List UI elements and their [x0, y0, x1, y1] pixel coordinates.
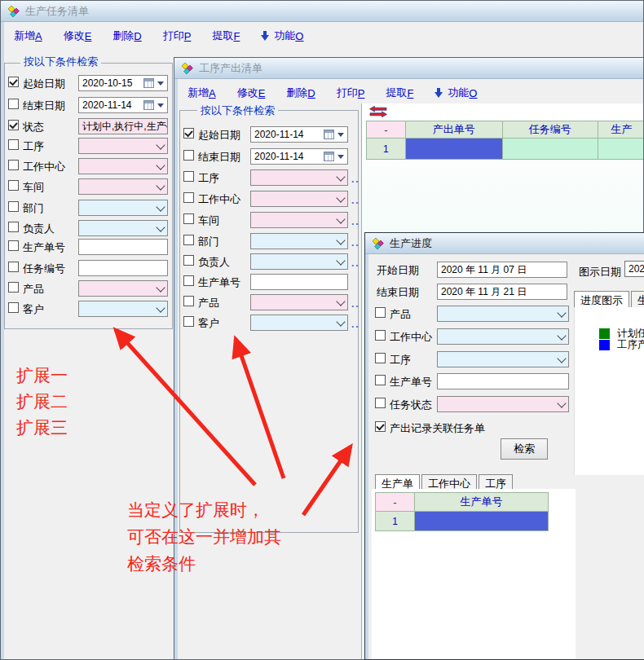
work-center-checkbox[interactable] — [183, 192, 194, 203]
process-checkbox[interactable] — [183, 171, 194, 182]
ellipsis-button[interactable]: .. — [351, 237, 360, 249]
titlebar-process-output-list[interactable]: 工序产出清单 — [174, 58, 643, 79]
data-cell[interactable] — [502, 139, 598, 160]
task-status-checkbox[interactable] — [375, 398, 386, 408]
work-center-checkbox[interactable] — [8, 160, 19, 170]
ellipsis-button[interactable]: .. — [351, 257, 360, 269]
ellipsis-button[interactable]: .. — [351, 195, 360, 206]
status-checkbox[interactable] — [8, 120, 19, 130]
production-no-checkbox[interactable] — [375, 375, 386, 385]
end-date-input[interactable]: 2020-11-14 — [78, 97, 168, 113]
department-combobox[interactable] — [78, 200, 168, 216]
selected-cell[interactable] — [415, 512, 549, 531]
process-combobox[interactable] — [250, 169, 348, 186]
production-no-input[interactable] — [250, 274, 348, 290]
row-selector-header[interactable]: - — [376, 493, 415, 512]
process-combobox[interactable] — [78, 138, 168, 154]
progress-start-date-input[interactable]: 2020 年 11 月 07 日 — [437, 262, 567, 278]
calendar-icon[interactable] — [324, 152, 334, 161]
row-number-cell[interactable]: 1 — [376, 512, 415, 531]
row-number-cell[interactable]: 1 — [367, 139, 406, 160]
edit-button[interactable]: 修改E — [64, 29, 92, 43]
data-cell[interactable] — [598, 139, 644, 160]
ellipsis-button[interactable]: .. — [351, 174, 360, 185]
owner-combobox[interactable] — [78, 220, 168, 236]
owner-combobox[interactable] — [250, 253, 348, 270]
start-date-input[interactable]: 2020-10-15 — [78, 75, 168, 91]
start-date-checkbox[interactable] — [183, 128, 194, 139]
extract-button[interactable]: 提取F — [212, 29, 240, 43]
work-center-combobox[interactable] — [78, 158, 168, 174]
work-center-combobox[interactable] — [437, 328, 569, 345]
workshop-checkbox[interactable] — [183, 213, 194, 224]
owner-checkbox[interactable] — [8, 222, 19, 232]
production-no-input[interactable] — [437, 373, 569, 389]
department-checkbox[interactable] — [183, 235, 194, 245]
end-date-checkbox[interactable] — [183, 150, 194, 161]
status-combobox[interactable]: 计划中,执行中,生产 — [78, 118, 168, 134]
product-combobox[interactable] — [78, 280, 168, 297]
ellipsis-button[interactable]: .. — [351, 298, 360, 310]
edit-button[interactable]: 修改E — [237, 86, 266, 100]
product-checkbox[interactable] — [183, 296, 194, 306]
start-date-checkbox[interactable] — [8, 77, 19, 87]
row-selector-header[interactable]: - — [367, 121, 406, 139]
function-button[interactable]: 功能O — [434, 86, 477, 100]
product-combobox[interactable] — [437, 306, 569, 322]
customer-checkbox[interactable] — [183, 316, 194, 327]
task-no-input[interactable] — [78, 260, 168, 276]
column-header-production[interactable]: 生产 — [598, 121, 644, 139]
product-combobox[interactable] — [250, 294, 348, 310]
titlebar-production-task-list[interactable]: 生产任务清单 — [1, 1, 643, 22]
dropdown-arrow-icon[interactable] — [337, 155, 344, 162]
link-task-checkbox[interactable] — [375, 421, 386, 432]
new-button[interactable]: 新增A — [187, 86, 216, 100]
search-button[interactable]: 检索 — [501, 438, 548, 460]
start-date-input[interactable]: 2020-11-14 — [250, 126, 348, 143]
column-header-task-no[interactable]: 任务编号 — [502, 121, 598, 139]
workshop-combobox[interactable] — [78, 178, 168, 195]
dropdown-arrow-icon[interactable] — [157, 81, 164, 89]
column-header-production-no[interactable]: 生产单号 — [415, 493, 549, 512]
function-button[interactable]: 功能O — [261, 29, 303, 43]
process-combobox[interactable] — [437, 351, 569, 367]
work-center-combobox[interactable] — [250, 191, 348, 207]
dropdown-arrow-icon[interactable] — [157, 103, 164, 111]
delete-button[interactable]: 删除D — [112, 29, 141, 43]
product-checkbox[interactable] — [375, 307, 386, 318]
titlebar-production-progress[interactable]: 生产进度 — [365, 233, 644, 254]
owner-checkbox[interactable] — [183, 255, 194, 266]
print-button[interactable]: 打印P — [163, 29, 192, 43]
swap-arrows-icon[interactable] — [369, 106, 387, 117]
task-status-combobox[interactable] — [437, 396, 569, 412]
calendar-icon[interactable] — [324, 130, 334, 139]
progress-end-date-input[interactable]: 2020 年 11 月 21 日 — [437, 284, 567, 300]
production-no-input[interactable] — [78, 239, 168, 255]
production-no-checkbox[interactable] — [183, 275, 194, 286]
customer-combobox[interactable] — [78, 301, 168, 317]
department-combobox[interactable] — [250, 233, 348, 249]
customer-combobox[interactable] — [250, 315, 348, 331]
end-date-checkbox[interactable] — [8, 99, 19, 109]
calendar-icon[interactable] — [143, 100, 154, 110]
new-button[interactable]: 新增A — [14, 29, 42, 43]
task-no-checkbox[interactable] — [8, 262, 19, 272]
ellipsis-button[interactable]: .. — [351, 319, 360, 330]
delete-button[interactable]: 删除D — [286, 86, 315, 100]
workshop-checkbox[interactable] — [8, 180, 19, 191]
process-checkbox[interactable] — [8, 139, 19, 150]
customer-checkbox[interactable] — [8, 302, 19, 313]
end-date-input[interactable]: 2020-11-14 — [250, 148, 348, 165]
product-checkbox[interactable] — [8, 282, 19, 293]
tab-production[interactable]: 生产 — [631, 291, 644, 309]
department-checkbox[interactable] — [8, 201, 19, 212]
column-header-output-no[interactable]: 产出单号 — [405, 121, 502, 139]
work-center-checkbox[interactable] — [375, 330, 386, 341]
calendar-icon[interactable] — [143, 78, 154, 88]
ellipsis-button[interactable]: .. — [351, 216, 360, 227]
chart-date-input[interactable]: 202 — [624, 261, 644, 277]
dropdown-arrow-icon[interactable] — [337, 133, 344, 140]
production-no-checkbox[interactable] — [8, 240, 19, 251]
workshop-combobox[interactable] — [250, 212, 348, 228]
selected-cell[interactable] — [405, 139, 502, 160]
